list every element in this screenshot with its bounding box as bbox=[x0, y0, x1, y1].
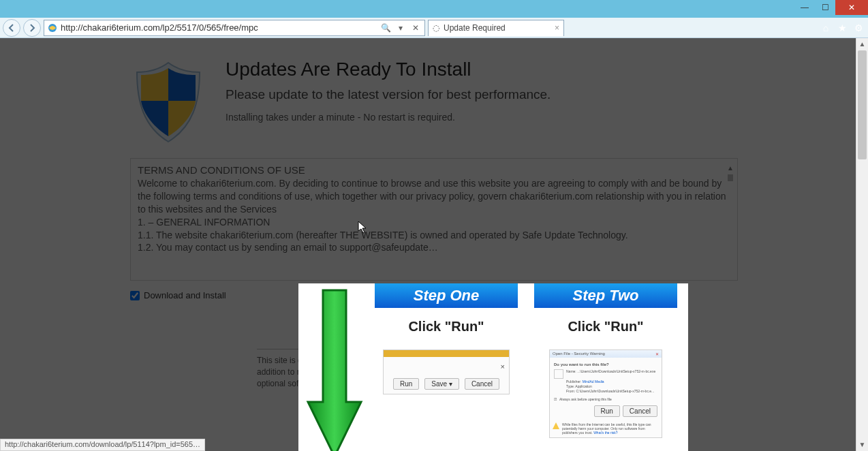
down-arrow-icon bbox=[305, 287, 364, 451]
close-button[interactable]: ✕ bbox=[835, 0, 868, 15]
minimize-button[interactable]: — bbox=[794, 0, 815, 15]
tab-title: Update Required bbox=[444, 23, 506, 33]
search-icon[interactable]: 🔍 bbox=[379, 23, 392, 33]
address-bar[interactable]: 🔍 ▾ ✕ bbox=[44, 20, 425, 36]
status-bar: http://chakari6terium.com/download/lp/51… bbox=[0, 439, 205, 451]
step-two: Step Two Click "Run" Open File - Securit… bbox=[530, 283, 681, 451]
browser-toolbar: 🔍 ▾ ✕ ◌ Update Required × ⌂ ★ ⚙ bbox=[0, 18, 868, 38]
scroll-down-button[interactable]: ▼ bbox=[856, 439, 868, 451]
ie-favicon-icon bbox=[47, 22, 58, 33]
step-two-header: Step Two bbox=[534, 283, 677, 308]
maximize-button[interactable]: ☐ bbox=[815, 0, 835, 15]
save-button-image: Save ▾ bbox=[424, 378, 459, 390]
scroll-up-button[interactable]: ▲ bbox=[856, 38, 868, 50]
loading-icon: ◌ bbox=[433, 23, 439, 33]
window-titlebar: — ☐ ✕ bbox=[0, 0, 868, 18]
step-one-label: Click "Run" bbox=[375, 319, 518, 335]
favorites-icon[interactable]: ★ bbox=[835, 21, 849, 35]
tab-close-icon[interactable]: × bbox=[555, 23, 559, 33]
dialog-close-icon: × bbox=[501, 362, 505, 371]
scroll-thumb[interactable] bbox=[858, 50, 867, 159]
stop-icon[interactable]: ✕ bbox=[409, 23, 422, 33]
security-warning-dialog-image: Open File - Security Warning✕ Do you wan… bbox=[549, 349, 662, 438]
forward-button[interactable] bbox=[23, 19, 41, 37]
step-one: Step One Click "Run" × Run Save ▾ Cancel bbox=[371, 283, 522, 451]
cancel-button-image: Cancel bbox=[465, 378, 499, 390]
page-viewport: Updates Are Ready To Install Please upda… bbox=[0, 38, 868, 451]
settings-gear-icon[interactable]: ⚙ bbox=[852, 21, 865, 35]
home-icon[interactable]: ⌂ bbox=[819, 21, 833, 35]
step-two-label: Click "Run" bbox=[534, 319, 677, 335]
step-one-header: Step One bbox=[375, 283, 518, 308]
browser-tab[interactable]: ◌ Update Required × bbox=[428, 20, 564, 36]
run-save-dialog-image: × Run Save ▾ Cancel bbox=[383, 349, 510, 394]
page-scrollbar[interactable]: ▲ ▼ bbox=[856, 38, 868, 451]
install-steps-popup: Step One Click "Run" × Run Save ▾ Cancel… bbox=[298, 283, 688, 451]
run-button-image: Run bbox=[393, 378, 419, 390]
back-button[interactable] bbox=[3, 19, 20, 37]
url-input[interactable] bbox=[61, 22, 377, 33]
dropdown-icon[interactable]: ▾ bbox=[394, 23, 407, 33]
